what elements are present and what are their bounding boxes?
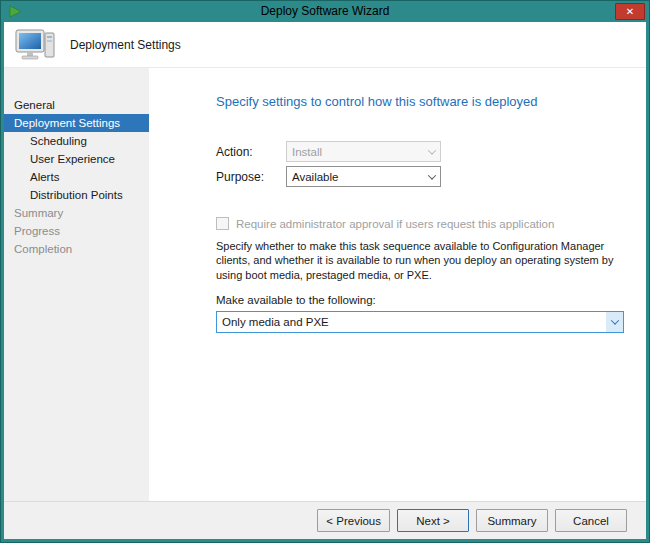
next-button[interactable]: Next > bbox=[397, 509, 469, 532]
page-heading: Specify settings to control how this sof… bbox=[216, 94, 624, 109]
chevron-down-icon bbox=[606, 312, 623, 332]
sidebar-item-user-experience[interactable]: User Experience bbox=[4, 150, 149, 168]
action-dropdown: Install bbox=[286, 141, 441, 162]
action-row: Action: Install bbox=[216, 141, 624, 162]
approval-checkbox-row: Require administrator approval if users … bbox=[216, 217, 624, 230]
purpose-value: Available bbox=[292, 171, 423, 183]
purpose-label: Purpose: bbox=[216, 170, 286, 184]
make-available-value: Only media and PXE bbox=[222, 316, 606, 328]
summary-button[interactable]: Summary bbox=[476, 509, 548, 532]
titlebar[interactable]: Deploy Software Wizard ✕ bbox=[1, 1, 649, 22]
wizard-footer: < Previous Next > Summary Cancel bbox=[4, 501, 646, 539]
task-sequence-description: Specify whether to make this task sequen… bbox=[216, 239, 624, 282]
close-icon: ✕ bbox=[626, 5, 634, 19]
sidebar-item-progress: Progress bbox=[4, 222, 149, 240]
page-content: Specify settings to control how this sof… bbox=[149, 68, 646, 501]
deploy-software-wizard-window: Deploy Software Wizard ✕ bbox=[0, 0, 650, 543]
wizard-body: General Deployment Settings Scheduling U… bbox=[4, 68, 646, 501]
previous-button[interactable]: < Previous bbox=[317, 509, 390, 532]
computer-icon bbox=[14, 27, 58, 63]
chevron-down-icon bbox=[423, 167, 440, 186]
purpose-row: Purpose: Available bbox=[216, 166, 624, 187]
sidebar-item-alerts[interactable]: Alerts bbox=[4, 168, 149, 186]
window-frame: Deployment Settings General Deployment S… bbox=[4, 22, 646, 539]
approval-checkbox bbox=[216, 217, 229, 230]
page-title: Deployment Settings bbox=[70, 38, 181, 52]
sidebar-item-completion: Completion bbox=[4, 240, 149, 258]
sidebar-item-scheduling[interactable]: Scheduling bbox=[4, 132, 149, 150]
make-available-dropdown[interactable]: Only media and PXE bbox=[216, 311, 624, 333]
wizard-header: Deployment Settings bbox=[4, 22, 646, 68]
cancel-button[interactable]: Cancel bbox=[555, 509, 627, 532]
sidebar-item-summary: Summary bbox=[4, 204, 149, 222]
make-available-label: Make available to the following: bbox=[216, 294, 624, 306]
sidebar-item-general[interactable]: General bbox=[4, 96, 149, 114]
purpose-dropdown[interactable]: Available bbox=[286, 166, 441, 187]
wizard-nav: General Deployment Settings Scheduling U… bbox=[4, 68, 149, 501]
close-button[interactable]: ✕ bbox=[615, 3, 645, 20]
sidebar-item-deployment-settings[interactable]: Deployment Settings bbox=[4, 114, 149, 132]
chevron-down-icon bbox=[423, 142, 440, 161]
action-label: Action: bbox=[216, 145, 286, 159]
window-title: Deploy Software Wizard bbox=[1, 4, 649, 18]
approval-checkbox-label: Require administrator approval if users … bbox=[236, 218, 554, 230]
action-value: Install bbox=[292, 146, 423, 158]
sidebar-item-distribution-points[interactable]: Distribution Points bbox=[4, 186, 149, 204]
